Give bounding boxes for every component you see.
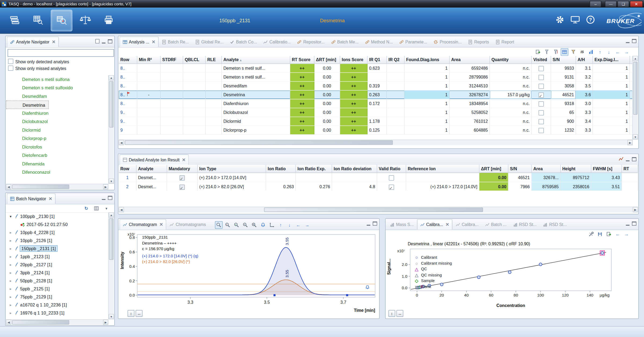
checkbox[interactable] [180,175,185,181]
column-header-sn[interactable]: S/N [508,165,532,173]
tab-batch-me[interactable]: Batch Me... [328,37,362,47]
analysis-row[interactable]: 8..Demeton s metil sulf...++0.00++128799… [119,73,633,82]
analyte-list-item[interactable]: Diafenthiuron [6,109,108,118]
column-header-ratioexp[interactable]: Ion Ratio Exp. [296,165,332,173]
column-header-rle[interactable]: RLE [206,56,222,64]
checkbox[interactable] [539,128,544,133]
tool-menu-button[interactable]: ▼ [103,205,111,212]
expander-icon[interactable]: ▸ [9,311,13,315]
tool-sort-az-button[interactable] [543,48,551,56]
tab-calibra[interactable]: Calibra...✕ [417,219,452,230]
x-zoom-spinner[interactable]: ↔ [397,310,404,317]
expander-icon[interactable]: ▸ [9,303,13,307]
tool-right-button[interactable]: → [623,48,631,56]
analyte-list-item[interactable]: Demeton s metil sulfona [6,75,108,84]
y-zoom-spinner[interactable]: ↕ [128,310,135,317]
close-icon[interactable]: ✕ [52,39,56,45]
batch-tree-item[interactable]: ▸3ppb _2124 [1] [6,269,108,277]
checkbox[interactable] [539,75,544,80]
minimize-panel-icon[interactable] [626,39,630,43]
tab-repositor[interactable]: Repositor... [294,37,328,47]
column-header-qty[interactable]: Quantity [490,56,532,64]
close-icon[interactable]: ✕ [445,222,449,227]
tab-calibratio[interactable]: Calibratio... [260,37,294,47]
tool-down-button[interactable]: ↓ [286,221,293,229]
column-header-analyte[interactable]: Analyte [137,165,167,173]
tab-chromatograms[interactable]: Chromatograms [166,219,209,230]
tab-rsd-st[interactable]: RSD St... [510,219,540,230]
analysis-row[interactable]: 8..-Desmetrina++0.00++0.263132678274157.… [119,91,633,99]
batch-tree-item[interactable]: ▸20ppb _2127 [1] [6,261,108,269]
close-icon[interactable]: ✕ [182,157,186,162]
help-icon[interactable]: ? [586,15,595,26]
tool-export-button[interactable] [534,48,542,56]
tab-paramete[interactable]: Paramete... [396,37,430,47]
batch-tree-item[interactable]: ▸75ppb _2129 [1] [6,293,108,301]
view-menu-icon[interactable] [96,39,100,44]
tab-batch[interactable]: Batch ... [482,219,510,230]
expander-icon[interactable]: ▸ [9,279,13,283]
batch-tree-item[interactable]: ▸1ppb _2123 [1] [6,253,108,261]
column-header-fwhm[interactable]: FWHM [s] [591,165,622,173]
maximize-panel-icon[interactable] [632,39,636,43]
expander-icon[interactable]: ▸ [9,287,13,291]
column-header-irq2[interactable]: IR Q2 [387,56,405,64]
checkbox[interactable] [389,175,394,181]
restore-layout-button[interactable]: ⇔ [590,1,602,7]
column-header-row[interactable]: Row [119,165,137,173]
column-header-qblcl[interactable]: QBLCL [183,56,206,64]
analyte-list-item[interactable]: Diclorprop-p [6,134,108,143]
x-zoom-spinner[interactable]: ↔ [136,310,143,317]
minimize-panel-icon[interactable] [626,157,630,161]
h-scrollbar[interactable]: ◀▶ [119,140,633,145]
batch-tree-item[interactable]: ▸150ppb _2131 [1] [6,245,108,253]
column-header-minr2[interactable]: Min R² [137,56,161,64]
column-header-ions_score[interactable]: Ions Score [340,56,368,64]
tab-batch-re[interactable]: Batch Re... [159,37,192,47]
data-stack-button[interactable] [4,10,25,31]
tool-up-button[interactable]: ↑ [596,48,604,56]
detail-row[interactable]: 1Desmet...(+) 214.0 > 172.0 [14.0V]0.004… [119,173,638,182]
expander-icon[interactable]: ▸ [9,255,13,259]
analysis-row[interactable]: 8..Demeton s metil sulf...++0.00++0.6231… [119,64,633,73]
tool-export2-button[interactable] [605,230,613,238]
tool-axes-button[interactable] [268,221,276,229]
batch-table-button[interactable] [27,10,48,31]
column-header-area[interactable]: Area [532,165,561,173]
analysis-row[interactable]: 8..Diafenthiuron++0.00++0.172118348954n.… [119,99,633,108]
minimize-panel-icon[interactable] [367,222,371,226]
batch-tree-item[interactable]: ▸a16702 q 1 10_2236 [1] [6,301,108,309]
close-icon[interactable]: ✕ [49,196,52,201]
tool-left-button[interactable]: ← [614,230,622,238]
h-scrollbar[interactable]: ◀▶ [119,207,638,212]
checkbox[interactable] [539,101,544,107]
batch-tree-item[interactable]: ▸10ppb _2126 [1] [6,236,108,245]
maximize-panel-icon[interactable] [108,39,112,43]
tab-chromatogram[interactable]: Chromatogram✕ [120,219,166,230]
tool-zoom-button[interactable] [215,221,222,229]
expander-icon[interactable]: ▸ [9,247,13,251]
checkbox[interactable] [8,59,13,64]
expander-icon[interactable]: ▸ [9,271,13,275]
analysis-row[interactable]: 9..Diclormid++0.00++1.1781761012n.c.9003… [119,117,633,126]
tool-chart-button[interactable] [587,48,595,56]
minimize-panel-icon[interactable] [102,196,106,200]
column-header-mandatory[interactable]: Mandatory [167,165,198,173]
analyte-list-item[interactable]: Desmedifam [6,92,108,101]
tab-report[interactable]: Report [492,37,517,47]
checkbox[interactable] [539,110,544,116]
print-button[interactable] [98,10,119,31]
maximize-panel-icon[interactable] [632,157,636,161]
column-header-ratiodev[interactable]: Ion Ratio deviation [332,165,377,173]
column-header-analyte[interactable]: Analyte [222,56,290,64]
column-header-area[interactable]: Area [450,56,490,64]
checkbox[interactable] [539,84,544,89]
batch-tree-item[interactable]: ▾100ppb _2130 [1] [6,212,108,220]
maximize-panel-icon[interactable] [632,222,636,226]
column-header-stdrf[interactable]: STDRF [161,56,183,64]
batch-tree-item[interactable]: ▸5ppb _2125 [1] [6,285,108,293]
filter-show-missed[interactable]: Show only missed analytes [6,65,114,72]
checkbox[interactable] [180,184,185,190]
tool-bell-button[interactable] [259,221,267,229]
tab-global-re[interactable]: Global Re... [192,37,227,47]
